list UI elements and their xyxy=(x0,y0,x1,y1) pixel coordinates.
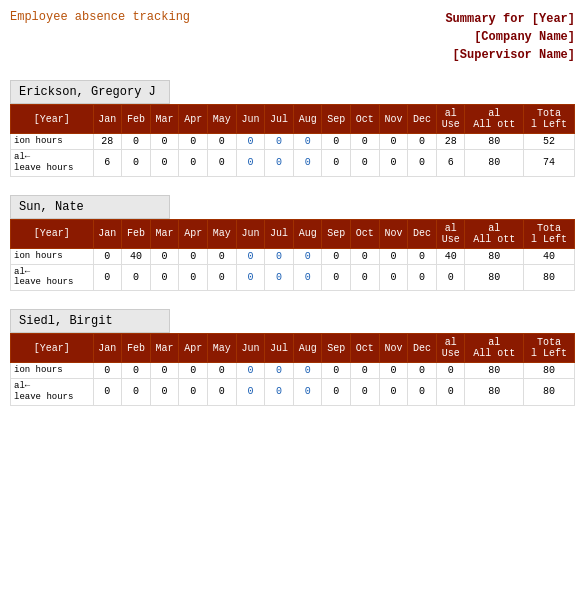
row-label-0: ion hours xyxy=(11,134,94,150)
col-header-0: [Year] xyxy=(11,334,94,363)
cell-0-6: 0 xyxy=(265,134,294,150)
cell-0-5: 0 xyxy=(236,248,265,264)
col-header-15: Total Left xyxy=(523,334,574,363)
employee-name-2: Siedl, Birgit xyxy=(10,309,170,333)
cell-0-0: 0 xyxy=(93,363,122,379)
cell-0-1: 40 xyxy=(122,248,151,264)
col-header-10: Oct xyxy=(351,334,380,363)
cell-0-1: 0 xyxy=(122,134,151,150)
col-header-5: May xyxy=(208,219,237,248)
col-header-14: alAll ott xyxy=(465,334,523,363)
cell-1-11: 0 xyxy=(408,150,437,177)
cell-1-3: 0 xyxy=(179,379,208,406)
col-header-9: Sep xyxy=(322,105,351,134)
col-header-14: alAll ott xyxy=(465,219,523,248)
col-header-1: Jan xyxy=(93,334,122,363)
cell-0-4: 0 xyxy=(208,248,237,264)
cell-1-7: 0 xyxy=(293,379,322,406)
col-header-2: Feb xyxy=(122,334,151,363)
total-left-0: 40 xyxy=(523,248,574,264)
cell-1-11: 0 xyxy=(408,264,437,291)
cell-0-5: 0 xyxy=(236,134,265,150)
total-all-1: 80 xyxy=(465,379,523,406)
table-row: ion hours00000000000008080 xyxy=(11,363,575,379)
total-use-1: 6 xyxy=(436,150,465,177)
col-header-7: Jul xyxy=(265,105,294,134)
cell-1-7: 0 xyxy=(293,150,322,177)
cell-1-1: 0 xyxy=(122,150,151,177)
cell-1-2: 0 xyxy=(150,264,179,291)
cell-0-2: 0 xyxy=(150,248,179,264)
total-all-0: 80 xyxy=(465,134,523,150)
employee-section-2: Siedl, Birgit[Year]JanFebMarAprMayJunJul… xyxy=(10,309,575,406)
col-header-2: Feb xyxy=(122,105,151,134)
cell-0-3: 0 xyxy=(179,134,208,150)
cell-0-4: 0 xyxy=(208,134,237,150)
cell-0-1: 0 xyxy=(122,363,151,379)
col-header-1: Jan xyxy=(93,105,122,134)
cell-1-2: 0 xyxy=(150,379,179,406)
col-header-4: Apr xyxy=(179,105,208,134)
page-header: Employee absence tracking Summary for [Y… xyxy=(10,10,575,64)
cell-1-9: 0 xyxy=(351,379,380,406)
cell-0-7: 0 xyxy=(293,248,322,264)
col-header-6: Jun xyxy=(236,105,265,134)
cell-0-3: 0 xyxy=(179,248,208,264)
cell-1-9: 0 xyxy=(351,150,380,177)
col-header-15: Total Left xyxy=(523,219,574,248)
cell-1-0: 0 xyxy=(93,264,122,291)
cell-1-8: 0 xyxy=(322,379,351,406)
col-header-6: Jun xyxy=(236,334,265,363)
col-header-11: Nov xyxy=(379,334,408,363)
col-header-4: Apr xyxy=(179,219,208,248)
cell-0-11: 0 xyxy=(408,363,437,379)
col-header-0: [Year] xyxy=(11,219,94,248)
table-row: ion hours0400000000000408040 xyxy=(11,248,575,264)
total-left-1: 80 xyxy=(523,379,574,406)
col-header-2: Feb xyxy=(122,219,151,248)
total-all-1: 80 xyxy=(465,264,523,291)
cell-0-9: 0 xyxy=(351,134,380,150)
cell-1-1: 0 xyxy=(122,379,151,406)
table-row: al←leave hours00000000000008080 xyxy=(11,264,575,291)
cell-1-5: 0 xyxy=(236,379,265,406)
col-header-3: Mar xyxy=(150,105,179,134)
cell-1-4: 0 xyxy=(208,379,237,406)
col-header-7: Jul xyxy=(265,334,294,363)
col-header-12: Dec xyxy=(408,105,437,134)
row-label-0: ion hours xyxy=(11,363,94,379)
row-label-0: ion hours xyxy=(11,248,94,264)
total-all-0: 80 xyxy=(465,363,523,379)
employee-section-1: Sun, Nate[Year]JanFebMarAprMayJunJulAugS… xyxy=(10,195,575,292)
cell-1-0: 0 xyxy=(93,379,122,406)
total-use-1: 0 xyxy=(436,264,465,291)
total-left-1: 74 xyxy=(523,150,574,177)
col-header-9: Sep xyxy=(322,334,351,363)
cell-0-7: 0 xyxy=(293,134,322,150)
employee-table-1: [Year]JanFebMarAprMayJunJulAugSepOctNovD… xyxy=(10,219,575,292)
cell-0-10: 0 xyxy=(379,363,408,379)
table-row: ion hours2800000000000288052 xyxy=(11,134,575,150)
summary-info: Summary for [Year] [Company Name] [Super… xyxy=(445,10,575,64)
table-row: al←leave hours00000000000008080 xyxy=(11,379,575,406)
cell-1-1: 0 xyxy=(122,264,151,291)
col-header-8: Aug xyxy=(293,105,322,134)
cell-1-6: 0 xyxy=(265,150,294,177)
total-left-1: 80 xyxy=(523,264,574,291)
total-use-0: 0 xyxy=(436,363,465,379)
total-left-0: 52 xyxy=(523,134,574,150)
total-all-0: 80 xyxy=(465,248,523,264)
cell-0-4: 0 xyxy=(208,363,237,379)
col-header-10: Oct xyxy=(351,219,380,248)
cell-1-10: 0 xyxy=(379,264,408,291)
cell-0-8: 0 xyxy=(322,134,351,150)
cell-0-2: 0 xyxy=(150,134,179,150)
cell-0-6: 0 xyxy=(265,363,294,379)
cell-0-8: 0 xyxy=(322,248,351,264)
page-title: Employee absence tracking xyxy=(10,10,190,64)
cell-0-11: 0 xyxy=(408,134,437,150)
cell-1-6: 0 xyxy=(265,264,294,291)
cell-1-10: 0 xyxy=(379,150,408,177)
col-header-13: alUse xyxy=(436,219,465,248)
col-header-5: May xyxy=(208,334,237,363)
